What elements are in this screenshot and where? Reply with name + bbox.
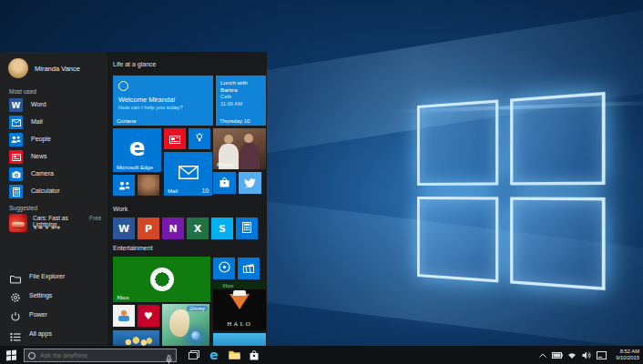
taskbar-clock[interactable]: 8:52 AM 9/10/2015 (608, 349, 643, 360)
store-taskbar-button[interactable] (244, 346, 264, 364)
xbox-x-glyph: ✕ (150, 268, 174, 291)
suggested-app-price: Free (89, 215, 101, 221)
tips-tile[interactable] (189, 128, 210, 149)
cortana-tile-label: Cortana (117, 118, 136, 124)
most-used-item-people[interactable]: People (0, 132, 107, 148)
network-icon[interactable] (565, 346, 579, 364)
most-used-item-calculator[interactable]: Calculator (0, 184, 107, 200)
edge-tile[interactable]: e Microsoft Edge (113, 128, 161, 172)
battery-icon[interactable] (550, 346, 565, 364)
groove-music-tile[interactable] (213, 258, 235, 279)
file-explorer-taskbar-button[interactable] (224, 346, 244, 364)
most-used-label: People (31, 136, 51, 142)
edge-icon: e (129, 134, 146, 161)
news-tile[interactable] (164, 128, 186, 149)
start-menu-tiles: Life at a glance Welcome Miranda! How ca… (107, 52, 267, 346)
xbox-tile[interactable]: ✕ Xbox (113, 257, 210, 302)
partial-tile[interactable] (213, 333, 266, 346)
most-used-item-mail[interactable]: Mail (0, 115, 107, 131)
photos-tile[interactable]: Photos (213, 128, 266, 169)
frozen-orb-icon (191, 331, 200, 340)
most-used-label: News (31, 153, 47, 159)
skype-tile[interactable]: S (211, 217, 233, 239)
popcorn-icon (122, 337, 153, 346)
calendar-tile[interactable]: Lunch with Barbra Café 11:00 AM Thursday… (216, 76, 266, 126)
halo-xbox-badge-label: Xbox (222, 283, 234, 288)
task-view-button[interactable] (184, 346, 204, 364)
search-input[interactable] (25, 352, 176, 359)
calculator-tile[interactable] (236, 217, 258, 239)
edge-taskbar-button[interactable]: e (204, 346, 224, 364)
clock-date: 9/10/2015 (608, 355, 639, 361)
most-used-item-word[interactable]: W Word (0, 97, 107, 114)
elsa-character (168, 308, 191, 339)
movies-tv-tile[interactable] (238, 258, 260, 279)
halo-helmet-icon (230, 294, 250, 309)
windows-logo-pane (510, 92, 606, 186)
people-icon (118, 177, 130, 194)
clock-time: 8:52 AM (608, 349, 639, 355)
taskbar-search[interactable] (24, 349, 177, 362)
user-avatar[interactable] (8, 58, 28, 78)
excel-tile[interactable]: X (187, 217, 209, 239)
windows-logo-icon (6, 349, 16, 360)
word-tile[interactable]: W (113, 217, 135, 239)
cortana-tile[interactable]: Welcome Miranda! How can I help you toda… (113, 76, 213, 126)
store-tile[interactable] (213, 172, 236, 194)
people-tile[interactable] (113, 175, 135, 196)
most-used-item-camera[interactable]: Camera (0, 167, 107, 183)
settings-button[interactable]: Settings (0, 288, 107, 304)
calendar-event-title: Lunch with Barbra (220, 79, 264, 94)
frozen-game-tile[interactable]: Disney (162, 304, 209, 346)
mail-unread-count: 10 (202, 187, 209, 194)
cortana-icon (28, 352, 36, 359)
edge-icon: e (209, 349, 219, 361)
news-icon (169, 131, 180, 147)
twitter-tile[interactable] (239, 172, 261, 194)
word-icon: W (118, 223, 129, 235)
calendar-tile-footer: Thursday 10 (219, 118, 250, 124)
cars-game-icon (9, 214, 27, 232)
windows-logo-pane (417, 99, 498, 186)
folder-icon (10, 271, 21, 282)
mail-tile-label: Mail (168, 188, 178, 194)
disney-badge: Disney (187, 306, 208, 311)
halo-tile[interactable]: Xbox HALO (213, 282, 266, 330)
suggested-app-item[interactable]: Cars: Fast as Lightning Free ★★★★★ (0, 214, 107, 236)
windows-hero-logo (417, 92, 606, 290)
all-apps-button[interactable]: All apps (0, 327, 107, 342)
popcorn-app-tile[interactable] (113, 330, 159, 346)
suggested-header: Suggested (9, 205, 37, 211)
contact-photo-tile[interactable] (138, 175, 159, 196)
powerpoint-icon: P (145, 223, 152, 235)
news-icon (9, 150, 23, 164)
store-bag-icon (219, 175, 230, 191)
photo-person (244, 134, 253, 143)
mail-icon (9, 116, 23, 129)
microphone-icon[interactable] (166, 351, 172, 364)
file-explorer-button[interactable]: File Explorer (0, 269, 107, 285)
action-center-icon[interactable] (594, 346, 608, 364)
onenote-tile[interactable]: N (162, 217, 184, 239)
people-icon (9, 133, 23, 147)
game-app-tile[interactable] (113, 305, 135, 327)
calendar-event-location: Café (220, 94, 231, 99)
cortana-icon (118, 81, 128, 91)
cortana-greeting: Welcome Miranda! (118, 96, 175, 104)
start-button[interactable] (0, 346, 22, 364)
most-used-item-news[interactable]: News (0, 149, 107, 166)
iheartradio-tile[interactable]: ♥ (138, 305, 159, 327)
mail-tile[interactable]: Mail 10 (164, 152, 212, 196)
photo-person (240, 143, 260, 169)
game-character-icon (118, 310, 129, 321)
volume-icon[interactable] (579, 346, 594, 364)
tray-chevron-up-icon[interactable] (536, 346, 550, 364)
xbox-icon: ✕ (150, 268, 174, 291)
most-used-label: Mail (31, 118, 43, 125)
calendar-event-time: 11:00 AM (220, 101, 242, 106)
powerpoint-tile[interactable]: P (138, 217, 159, 239)
group-header-entertainment: Entertainment (113, 245, 153, 251)
user-name[interactable]: Miranda Vance (35, 65, 80, 73)
halo-xbox-badge: Xbox (213, 282, 266, 289)
power-button[interactable]: Power (0, 308, 107, 323)
